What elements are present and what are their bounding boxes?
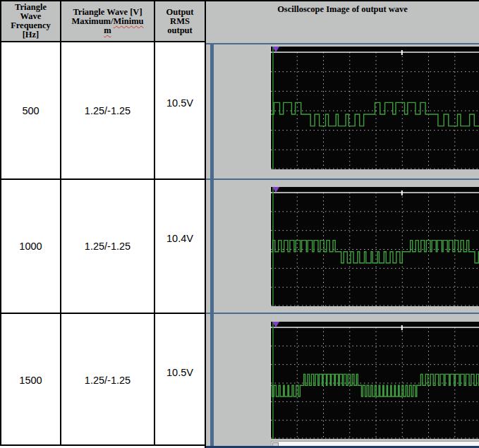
header-max-min: Triangle Wave [V] Maximum/Minimu m — [60, 0, 154, 41]
cell-maxmin-row3[interactable]: 1.25/-1.25 — [60, 313, 154, 446]
trigger-marker-icon — [272, 187, 279, 193]
cell-rms-row2[interactable]: 10.4V — [154, 178, 205, 313]
header-rms-output: Output RMS output — [154, 0, 205, 41]
cell-frequency-row2[interactable]: 1000 — [0, 178, 60, 313]
table-bottom-border — [0, 444, 206, 446]
header-line: m — [104, 26, 111, 35]
trigger-marker-icon — [272, 47, 279, 52]
cell-frequency-row1[interactable]: 500 — [0, 41, 60, 178]
header-line: output — [167, 26, 192, 35]
oscilloscope-column-title: Oscilloscope Image of output wave — [206, 4, 479, 15]
cell-rms-row1[interactable]: 10.5V — [154, 41, 205, 178]
header-line: [Hz] — [23, 30, 40, 40]
document-table-canvas: Triangle Wave Frequency [Hz] Triangle Wa… — [0, 0, 479, 448]
row-separator-line — [206, 178, 479, 180]
rms-value: 10.5V — [166, 367, 193, 378]
row-separator-line — [206, 313, 479, 314]
misspelled-word: m — [104, 25, 111, 35]
cell-maxmin-row2[interactable]: 1.25/-1.25 — [60, 178, 154, 313]
oscilloscope-image-500hz[interactable] — [270, 47, 479, 169]
header-text: Maximum/ — [71, 16, 113, 26]
rms-value: 10.5V — [166, 97, 193, 109]
cell-maxmin-row1[interactable]: 1.25/-1.25 — [60, 41, 154, 178]
column-separator-line — [210, 43, 214, 448]
oscilloscope-image-1500hz[interactable] — [270, 322, 479, 439]
cell-rms-row3[interactable]: 10.5V — [154, 313, 205, 446]
header-frequency: Triangle Wave Frequency [Hz] — [0, 0, 60, 41]
oscilloscope-column: Oscilloscope Image of output wave — [205, 0, 479, 448]
row-separator-line — [206, 43, 479, 44]
trigger-marker-icon — [272, 322, 279, 327]
misspelled-word: Minimu — [113, 16, 143, 26]
header-line: RMS — [170, 17, 190, 26]
cell-frequency-row3[interactable]: 1500 — [0, 313, 60, 446]
rms-value: 10.4V — [166, 233, 193, 244]
oscilloscope-image-1000hz[interactable] — [270, 187, 479, 306]
header-line: Output — [166, 8, 194, 17]
